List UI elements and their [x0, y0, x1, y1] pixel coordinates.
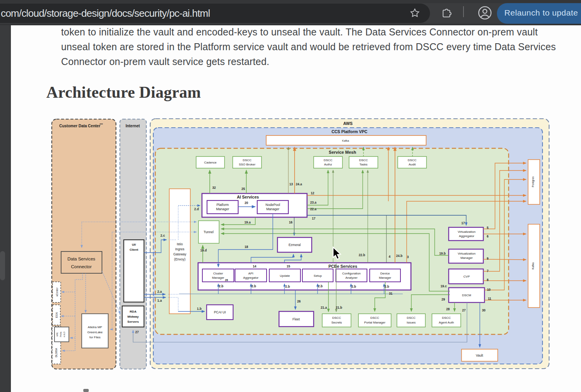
svg-text:13: 13: [289, 183, 293, 186]
svg-text:Gateway: Gateway: [173, 252, 186, 256]
svg-text:CCS Platform VPC: CCS Platform VPC: [332, 129, 368, 134]
svg-text:DSCC: DSCC: [332, 316, 341, 320]
svg-text:28: 28: [446, 308, 450, 311]
svg-text:Configuration: Configuration: [342, 272, 361, 275]
svg-text:30: 30: [482, 309, 486, 312]
svg-text:Manager: Manager: [216, 207, 229, 211]
svg-text:31: 31: [389, 292, 393, 295]
svg-text:***: ***: [100, 123, 103, 126]
svg-text:1.a: 1.a: [157, 299, 162, 302]
svg-text:Tunnel: Tunnel: [204, 230, 214, 234]
svg-text:21.b: 21.b: [336, 306, 342, 309]
svg-text:2.a: 2.a: [157, 290, 162, 294]
svg-text:29: 29: [441, 298, 445, 301]
svg-text:9: 9: [487, 257, 489, 260]
svg-text:25: 25: [241, 187, 245, 191]
svg-text:Internet: Internet: [126, 124, 140, 128]
svg-text:AWS: AWS: [343, 121, 353, 126]
svg-text:1.b: 1.b: [197, 307, 202, 311]
svg-text:24.b: 24.b: [396, 254, 402, 258]
svg-text:RDA: RDA: [130, 310, 137, 313]
svg-text:NodePool: NodePool: [265, 203, 280, 207]
svg-text:HPE: HPE: [56, 332, 58, 336]
svg-text:Kafka: Kafka: [342, 139, 349, 142]
svg-text:DSCC: DSCC: [370, 316, 379, 320]
svg-text:27: 27: [135, 330, 139, 334]
svg-text:Update: Update: [280, 274, 290, 278]
svg-text:for Files: for Files: [90, 336, 100, 339]
svg-text:2.d: 2.d: [194, 207, 199, 211]
svg-text:2.b: 2.b: [318, 285, 323, 288]
svg-text:Fleet: Fleet: [293, 317, 300, 321]
svg-text:Manager: Manager: [212, 276, 225, 279]
svg-text:Customer Data Center: Customer Data Center: [59, 124, 100, 128]
svg-text:Device: Device: [380, 272, 390, 275]
svg-text:18: 18: [244, 245, 248, 249]
svg-text:Manager: Manager: [460, 256, 473, 260]
svg-text:Ezmeral: Ezmeral: [288, 243, 300, 247]
svg-text:ESXi: ESXi: [55, 312, 58, 318]
svg-text:Prolia: Prolia: [60, 332, 62, 337]
svg-text:DSCC: DSCC: [407, 316, 416, 320]
svg-text:16: 16: [289, 221, 293, 224]
svg-text:Aggregator: Aggregator: [243, 276, 259, 279]
svg-text:5: 5: [487, 226, 489, 230]
svg-text:Secrets: Secrets: [331, 321, 342, 324]
svg-text:2.c: 2.c: [160, 234, 165, 237]
svg-text:6: 6: [487, 235, 489, 238]
svg-text:DSCC: DSCC: [359, 158, 368, 162]
svg-text:SSO Broker: SSO Broker: [239, 163, 256, 166]
svg-text:(Envoy): (Envoy): [174, 257, 185, 261]
svg-text:22.a: 22.a: [310, 207, 316, 211]
svg-text:19.b: 19.b: [439, 252, 446, 255]
svg-text:vCenter: vCenter: [56, 287, 58, 297]
svg-text:Kafka: Kafka: [532, 262, 534, 269]
svg-text:Tasks: Tasks: [360, 163, 367, 166]
svg-text:11: 11: [488, 297, 491, 301]
svg-text:Data Services: Data Services: [67, 257, 95, 261]
svg-text:Audit: Audit: [409, 163, 416, 166]
svg-text:DSCC: DSCC: [408, 158, 417, 162]
svg-text:2.b: 2.b: [351, 285, 356, 288]
svg-text:Connector: Connector: [71, 264, 91, 269]
svg-text:PCAI UI: PCAI UI: [214, 310, 226, 314]
svg-text:2.b: 2.b: [219, 285, 223, 288]
svg-text:14: 14: [253, 265, 256, 268]
svg-text:22.b: 22.b: [359, 253, 365, 257]
svg-text:8: 8: [487, 278, 489, 282]
svg-text:nt iLO: nt iLO: [63, 332, 65, 337]
svg-text:10: 10: [487, 288, 491, 292]
svg-text:Portal Manager: Portal Manager: [364, 321, 386, 324]
svg-text:4: 4: [389, 255, 391, 258]
svg-text:19.d: 19.d: [200, 249, 207, 252]
svg-text:23.a: 23.a: [310, 201, 316, 204]
svg-text:2.b: 2.b: [285, 285, 290, 288]
svg-text:21.a: 21.a: [321, 306, 327, 309]
svg-text:Service Mesh: Service Mesh: [329, 150, 356, 155]
svg-text:20: 20: [244, 201, 248, 205]
svg-text:DL380A: DL380A: [55, 348, 58, 357]
svg-text:CVP: CVP: [463, 275, 470, 278]
svg-text:Manager: Manager: [379, 276, 391, 279]
svg-text:DSCC: DSCC: [324, 158, 333, 162]
svg-text:Client: Client: [130, 248, 139, 251]
svg-text:7: 7: [487, 269, 489, 273]
svg-text:Midway: Midway: [128, 315, 139, 318]
svg-text:DSCC: DSCC: [243, 158, 252, 162]
svg-text:Alletra MP: Alletra MP: [88, 325, 102, 329]
svg-text:15: 15: [286, 265, 290, 268]
svg-text:24.a: 24.a: [296, 183, 302, 186]
svg-text:DSCC: DSCC: [442, 316, 451, 320]
svg-text:GreenLake: GreenLake: [87, 330, 103, 334]
svg-text:Istio: Istio: [177, 242, 183, 246]
svg-text:19.a: 19.a: [244, 221, 251, 224]
svg-text:2.b: 2.b: [251, 285, 256, 288]
svg-text:26: 26: [297, 300, 301, 303]
svg-text:17: 17: [461, 221, 465, 225]
svg-text:Analyzer: Analyzer: [345, 276, 357, 279]
svg-text:Cadence: Cadence: [204, 161, 217, 164]
svg-text:26: 26: [225, 279, 228, 281]
svg-text:27: 27: [462, 309, 466, 312]
svg-text:3: 3: [407, 255, 409, 259]
svg-text:Ingres: Ingres: [175, 247, 184, 251]
